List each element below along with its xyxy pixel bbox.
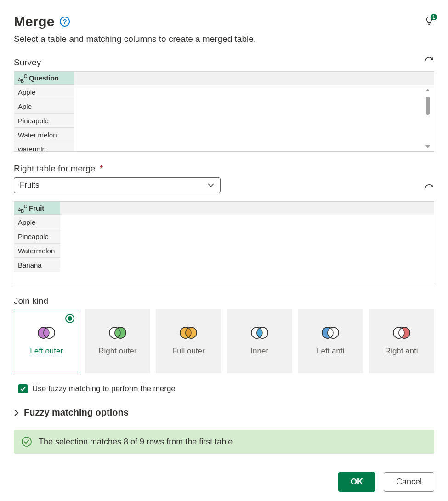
table-row[interactable]: watermln <box>14 142 74 151</box>
table-row[interactable]: Apple <box>14 215 60 229</box>
venn-icon <box>391 326 412 340</box>
scroll-up-icon[interactable] <box>425 87 431 93</box>
scrollbar[interactable] <box>424 87 432 149</box>
success-icon <box>21 436 32 447</box>
venn-icon <box>320 326 341 340</box>
table-row[interactable]: Aple <box>14 99 74 114</box>
cancel-button[interactable]: Cancel <box>384 472 434 492</box>
right-table-preview[interactable]: B Fruit ApplePineappleWatermelonBanana <box>14 201 434 284</box>
venn-icon <box>107 326 128 340</box>
table-row[interactable]: Banana <box>14 258 60 272</box>
ok-button[interactable]: OK <box>338 472 375 492</box>
left-table-preview[interactable]: B Question AppleAplePineappleWater melon… <box>14 71 434 152</box>
join-tile-inner[interactable]: Inner <box>227 309 293 373</box>
table-row[interactable]: Watermelon <box>14 244 60 258</box>
refresh-icon[interactable] <box>424 56 434 68</box>
chevron-down-icon <box>207 182 215 189</box>
join-tile-full-outer[interactable]: Full outer <box>156 309 221 373</box>
radio-selected-icon <box>65 314 74 323</box>
right-column-header[interactable]: B Fruit <box>14 202 60 215</box>
required-marker: * <box>100 164 103 173</box>
checkmark-icon <box>20 386 26 392</box>
scroll-down-icon[interactable] <box>425 144 431 149</box>
table-row[interactable]: Pineapple <box>14 114 74 128</box>
table-row[interactable]: Apple <box>14 85 74 99</box>
match-status: The selection matches 8 of 9 rows from t… <box>14 430 434 454</box>
right-table-label: Right table for merge <box>14 164 95 173</box>
refresh-icon[interactable] <box>424 183 434 195</box>
join-tile-left-outer[interactable]: Left outer <box>14 309 79 373</box>
join-tile-left-anti[interactable]: Left anti <box>298 309 363 373</box>
svg-point-24 <box>22 437 31 446</box>
join-tile-right-outer[interactable]: Right outer <box>85 309 151 373</box>
join-tile-label: Inner <box>250 346 268 356</box>
join-tile-label: Left outer <box>30 346 63 356</box>
tips-icon[interactable]: 1 <box>424 16 434 28</box>
table-row[interactable]: Pineapple <box>14 229 60 244</box>
join-kind-label: Join kind <box>14 296 48 306</box>
fuzzy-checkbox-label: Use fuzzy matching to perform the merge <box>32 384 176 393</box>
scroll-thumb[interactable] <box>426 97 430 115</box>
join-tile-right-anti[interactable]: Right anti <box>369 309 435 373</box>
dialog-subtitle: Select a table and matching columns to c… <box>14 34 434 44</box>
fuzzy-checkbox[interactable] <box>18 384 28 393</box>
venn-icon <box>249 326 270 340</box>
join-tile-label: Full outer <box>172 346 205 356</box>
chevron-right-icon <box>14 410 19 416</box>
tips-badge: 1 <box>431 14 437 20</box>
venn-icon <box>36 326 57 340</box>
join-tile-label: Right anti <box>385 346 418 356</box>
help-icon[interactable]: ? <box>60 17 70 27</box>
dialog-title: Merge <box>14 14 54 29</box>
venn-icon <box>178 326 199 340</box>
left-column-header[interactable]: B Question <box>14 72 74 85</box>
table-row[interactable]: Water melon <box>14 128 74 142</box>
join-tile-label: Left anti <box>317 346 345 356</box>
left-table-label: Survey <box>14 57 41 68</box>
join-kind-selector: Left outer Right outer Full outer <box>14 309 434 373</box>
join-tile-label: Right outer <box>98 346 136 356</box>
right-table-dropdown[interactable]: Fruits <box>14 177 221 193</box>
fuzzy-options-expander[interactable]: Fuzzy matching options <box>14 407 434 418</box>
